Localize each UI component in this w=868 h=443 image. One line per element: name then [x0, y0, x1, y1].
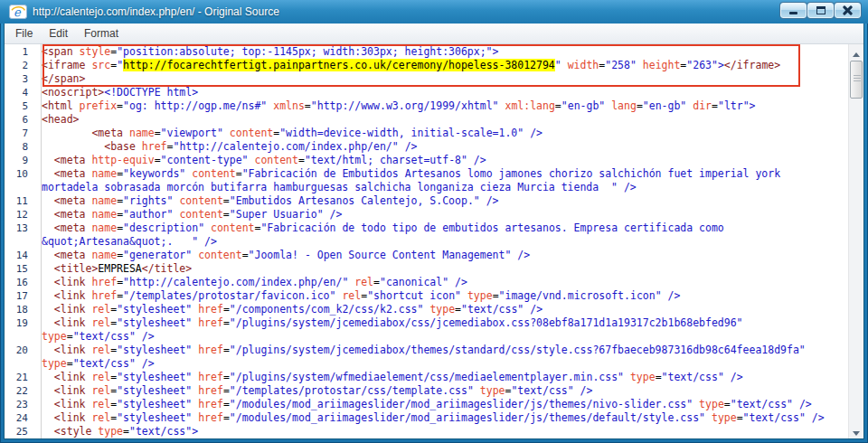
code-row: 17 <link href="/templates/protostar/favi… [5, 289, 848, 303]
arrow-down-icon [853, 431, 860, 436]
menu-edit[interactable]: Edit [41, 24, 76, 42]
code-line: <meta name="generator" content="Joomla! … [34, 249, 530, 262]
code-row: 23 <link rel="stylesheet" href="/modules… [5, 398, 848, 411]
code-rows[interactable]: 1<span style="position:absolute; top:-11… [5, 45, 848, 438]
code-line: <title>EMPRESA</title> [34, 262, 192, 276]
code-line: <html prefix="og: http://ogp.me/ns#" xml… [34, 99, 756, 113]
code-row: 22 <link rel="stylesheet" href="/templat… [5, 384, 848, 398]
line-number: 18 [5, 303, 34, 316]
line-number [5, 235, 34, 249]
line-number: 12 [5, 208, 34, 222]
code-line: <link rel="stylesheet" href="/modules/mo… [34, 398, 812, 411]
code-line: &quot;Artesana&quot;. " /> [34, 235, 217, 249]
line-number: 6 [5, 113, 34, 127]
code-row: 10 <meta name="keywords" content="Fabric… [5, 167, 848, 181]
close-button[interactable] [835, 3, 861, 18]
code-row: 20 <link rel="stylesheet" href="/plugins… [5, 344, 848, 357]
line-number: 24 [5, 411, 34, 425]
code-line: <span style="position:absolute; top:-114… [34, 45, 498, 59]
scrollbar-thumb[interactable] [850, 61, 863, 99]
code-row: 15 <title>EMPRESA</title> [5, 262, 848, 276]
line-number: 20 [5, 344, 34, 357]
code-row: type="text/css" /> [5, 330, 848, 344]
code-row: &quot;Artesana&quot;. " /> [5, 235, 848, 249]
code-line: <iframe src="http://focarechtfertigt.pai… [34, 59, 780, 72]
code-row: type="text/css" /> [5, 357, 848, 371]
line-number: 16 [5, 276, 34, 289]
code-line: <link href="/templates/protostar/favicon… [34, 289, 680, 303]
code-row: 21 <link rel="stylesheet" href="/plugins… [5, 371, 848, 384]
code-line: <link rel="stylesheet" href="/modules/mo… [34, 411, 825, 425]
code-line: <link href="http://calentejo.com/index.p… [34, 276, 467, 289]
menu-format[interactable]: Format [76, 24, 127, 42]
line-number: 2 [5, 59, 34, 72]
code-row: 16 <link href="http://calentejo.com/inde… [5, 276, 848, 289]
code-line: <meta name="description" content="Fabric… [34, 222, 724, 235]
line-number: 23 [5, 398, 34, 411]
line-number: 22 [5, 384, 34, 398]
line-number: 25 [5, 425, 34, 438]
line-number [5, 181, 34, 194]
code-line: <base href="http://calentejo.com/index.p… [34, 140, 417, 154]
line-number: 7 [5, 127, 34, 140]
code-row: 12 <meta name="author" content="Super Us… [5, 208, 848, 222]
line-number: 9 [5, 154, 34, 167]
code-line: <link rel="stylesheet" href="/components… [34, 303, 542, 316]
code-line: <style type="text/css"> [34, 425, 198, 438]
code-row: 24 <link rel="stylesheet" href="/modules… [5, 411, 848, 425]
code-line: <link rel="stylesheet" href="/plugins/sy… [34, 371, 743, 384]
menu-file[interactable]: File [7, 24, 41, 42]
line-number [5, 330, 34, 344]
client-area: File Edit Format 1<span style="position:… [5, 24, 863, 438]
code-line: <head> [34, 113, 80, 127]
line-number: 15 [5, 262, 34, 276]
highlighted-malicious-url: http://focarechtfertigt.painpartners.co.… [123, 59, 555, 71]
code-line: <link rel="stylesheet" href="/plugins/sy… [34, 344, 806, 357]
code-row: mortadela sobrasada morcón butifarra ham… [5, 181, 848, 194]
code-line: <meta http-equiv="content-type" content=… [34, 154, 486, 167]
code-row: 19 <link rel="stylesheet" href="/plugins… [5, 316, 848, 330]
minimize-icon [789, 12, 797, 14]
code-row: 13 <meta name="description" content="Fab… [5, 222, 848, 235]
code-row: 18 <link rel="stylesheet" href="/compone… [5, 303, 848, 316]
line-number: 14 [5, 249, 34, 262]
line-number: 19 [5, 316, 34, 330]
code-row: 25 <style type="text/css"> [5, 425, 848, 438]
code-line: <meta name="viewport" content="width=dev… [34, 127, 542, 140]
source-code-editor: 1<span style="position:absolute; top:-11… [5, 44, 863, 438]
title-bar[interactable]: e http://calentejo.com/index.php/en/ - O… [0, 0, 868, 24]
code-line: <link rel="stylesheet" href="/plugins/sy… [34, 316, 743, 330]
code-row: 2<iframe src="http://focarechtfertigt.pa… [5, 59, 848, 72]
window-controls [780, 3, 861, 18]
line-number [5, 357, 34, 371]
code-line: <noscript><!DOCTYPE html> [34, 86, 198, 99]
scroll-down-button[interactable] [849, 423, 863, 438]
minimize-button[interactable] [780, 3, 807, 18]
code-row: 3</span> [5, 72, 848, 86]
code-row: 4<noscript><!DOCTYPE html> [5, 86, 848, 99]
maximize-icon [816, 6, 826, 14]
line-number: 8 [5, 140, 34, 154]
code-line: </span> [34, 72, 85, 86]
code-line: <meta name="author" content="Super Usuar… [34, 208, 342, 222]
code-row: 11 <meta name="rights" content="Embutido… [5, 194, 848, 208]
line-number: 11 [5, 194, 34, 208]
source-viewer-window: e http://calentejo.com/index.php/en/ - O… [0, 0, 868, 443]
code-line: mortadela sobrasada morcón butifarra ham… [34, 181, 637, 194]
line-number: 4 [5, 86, 34, 99]
code-row: 5<html prefix="og: http://ogp.me/ns#" xm… [5, 99, 848, 113]
code-line: <meta name="rights" content="Embutidos A… [34, 194, 499, 208]
line-number: 13 [5, 222, 34, 235]
line-number: 3 [5, 72, 34, 86]
code-row: 14 <meta name="generator" content="Jooml… [5, 249, 848, 262]
line-number: 5 [5, 99, 34, 113]
code-line: <meta name="keywords" content="Fabricaci… [34, 167, 780, 181]
code-row: 7 <meta name="viewport" content="width=d… [5, 127, 848, 140]
maximize-button[interactable] [807, 3, 834, 18]
code-row: 9 <meta http-equiv="content-type" conten… [5, 154, 848, 167]
code-row: 8 <base href="http://calentejo.com/index… [5, 140, 848, 154]
internet-explorer-icon: e [9, 5, 27, 19]
line-number: 17 [5, 289, 34, 303]
menu-bar: File Edit Format [5, 24, 863, 44]
scroll-up-button[interactable] [849, 44, 863, 60]
